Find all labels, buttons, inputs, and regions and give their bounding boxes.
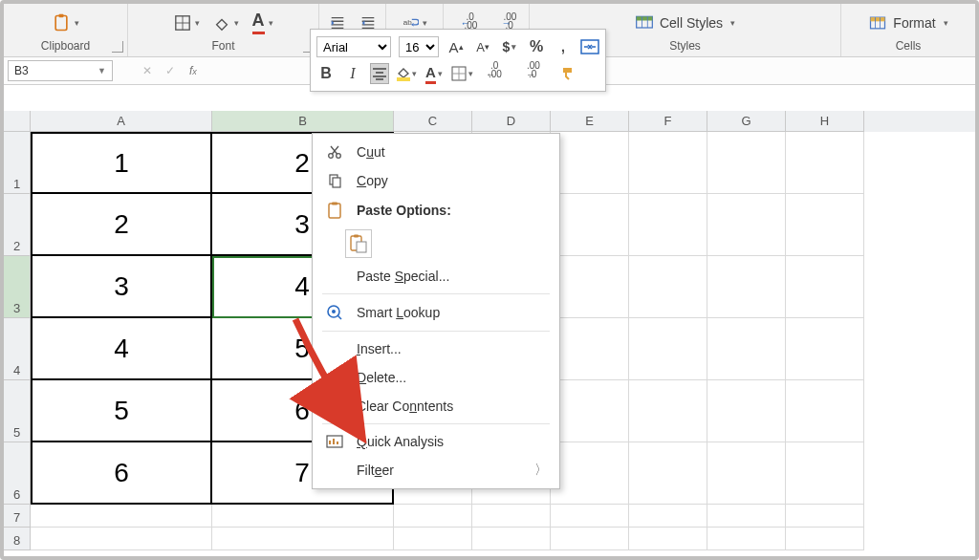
svg-rect-26 — [357, 242, 366, 252]
ctx-label: Insert... — [357, 341, 402, 356]
col-header-G[interactable]: G — [707, 111, 786, 132]
ctx-insert[interactable]: Insert... — [313, 334, 559, 363]
currency-icon[interactable]: $▾ — [500, 36, 519, 57]
ctx-label: Delete... — [357, 370, 406, 385]
row-8: 8 — [4, 528, 975, 550]
font-color-button[interactable]: A▾ — [424, 63, 444, 84]
paste-icon[interactable]: ▾ — [52, 13, 79, 32]
row-header[interactable]: 8 — [4, 528, 31, 550]
row-header[interactable]: 5 — [4, 380, 31, 442]
accept-formula-icon: ✓ — [159, 64, 182, 77]
name-box[interactable]: B3 ▼ — [8, 60, 113, 81]
svg-point-19 — [337, 154, 341, 159]
fill-color-button[interactable]: ▾ — [397, 63, 417, 84]
ribbon-group-label: Styles — [669, 39, 701, 54]
svg-rect-1 — [59, 13, 64, 16]
merge-center-icon[interactable] — [580, 36, 599, 57]
ctx-cut[interactable]: Cuut — [313, 138, 559, 166]
ctx-smart-lookup[interactable]: Smart Lookup — [313, 297, 559, 328]
shrink-font-icon[interactable]: A▾ — [473, 36, 492, 57]
col-header-C[interactable]: C — [394, 111, 472, 132]
borders-icon[interactable]: ▾ — [174, 14, 200, 32]
row-header[interactable]: 2 — [4, 194, 31, 256]
cell-A2[interactable]: 2 — [31, 194, 212, 256]
row-header[interactable]: 7 — [4, 505, 31, 528]
ctx-label: Paste Special... — [357, 269, 449, 284]
smart-lookup-icon — [324, 304, 345, 321]
row-header[interactable]: 4 — [4, 318, 31, 380]
row-7: 7 — [4, 505, 975, 528]
font-color-icon[interactable]: A▾ — [252, 11, 273, 34]
clipboard-icon — [324, 202, 345, 219]
chevron-down-icon[interactable]: ▼ — [98, 66, 106, 75]
grow-font-icon[interactable]: A▴ — [446, 36, 466, 57]
cell-styles-icon[interactable] — [635, 13, 654, 32]
cell-A4[interactable]: 4 — [31, 318, 212, 380]
cell-A6[interactable]: 6 — [31, 442, 212, 505]
borders-button[interactable]: ▾ — [451, 63, 473, 84]
svg-text:ab: ab — [403, 17, 412, 26]
col-header-H[interactable]: H — [786, 111, 864, 132]
select-all-corner[interactable] — [4, 111, 31, 132]
fx-icon[interactable]: fx — [189, 64, 197, 77]
ctx-delete[interactable]: Delete... — [313, 363, 559, 392]
cell-styles-label[interactable]: Cell Styles — [660, 15, 723, 31]
increase-decimal-button[interactable]: ←.0.00 — [481, 63, 500, 84]
font-name-select[interactable]: Arial — [316, 36, 391, 57]
col-header-B[interactable]: B — [212, 111, 394, 132]
align-center-button[interactable] — [370, 63, 389, 84]
ctx-label: Quick Analysis — [357, 434, 444, 449]
name-box-value: B3 — [14, 64, 29, 77]
ctx-copy[interactable]: Copy — [313, 166, 559, 195]
col-header-D[interactable]: D — [472, 111, 551, 132]
ribbon-group-clipboard: ▾ Clipboard — [4, 4, 128, 56]
decrease-decimal-icon[interactable]: →.00.0 — [502, 17, 512, 29]
col-header-E[interactable]: E — [551, 111, 629, 132]
scissors-icon — [324, 144, 345, 160]
row-header[interactable]: 3 — [4, 256, 31, 318]
ribbon-group-font: ▾ ▾ A▾ Font — [128, 4, 319, 56]
fill-color-icon[interactable]: ▾ — [213, 14, 239, 32]
svg-rect-25 — [354, 235, 359, 238]
col-header-A[interactable]: A — [31, 111, 212, 132]
ctx-quick-analysis[interactable]: Quick Analysis — [313, 427, 559, 456]
svg-rect-0 — [55, 15, 67, 30]
submenu-arrow-icon: 〉 — [534, 462, 548, 479]
cell-A1[interactable]: 1 — [31, 132, 212, 194]
decrease-decimal-button[interactable]: →.00.0 — [521, 63, 540, 84]
row-header[interactable]: 1 — [4, 132, 31, 194]
font-size-select[interactable]: 16 — [399, 36, 439, 57]
increase-decimal-icon[interactable]: ←.0.00 — [461, 17, 471, 29]
bold-button[interactable]: B — [316, 63, 336, 84]
paste-option-default[interactable] — [345, 229, 372, 258]
cell-A5[interactable]: 5 — [31, 380, 212, 442]
ctx-label: Smart Lookup — [357, 305, 440, 320]
svg-rect-7 — [637, 16, 653, 20]
ctx-label: Cuut — [357, 144, 385, 160]
svg-rect-11 — [871, 17, 885, 21]
percent-icon[interactable]: % — [527, 36, 546, 57]
ctx-filter[interactable]: Filteer 〉 — [313, 456, 559, 485]
dialog-launcher-icon[interactable] — [112, 41, 123, 53]
italic-button[interactable]: I — [343, 63, 362, 84]
svg-rect-22 — [329, 204, 340, 218]
ctx-label: Filteer — [357, 463, 394, 478]
format-label[interactable]: Format — [893, 15, 935, 31]
copy-icon — [324, 173, 345, 188]
ctx-clear-contents[interactable]: Clear Conntents — [313, 392, 559, 420]
svg-rect-21 — [333, 178, 340, 187]
format-icon[interactable] — [868, 13, 887, 32]
cell-A3[interactable]: 3 — [31, 256, 212, 318]
ctx-label: Paste Options: — [357, 203, 451, 218]
svg-point-28 — [332, 310, 336, 313]
format-painter-icon[interactable] — [559, 63, 578, 84]
quick-analysis-icon — [324, 434, 345, 449]
ctx-paste-special[interactable]: Paste Special... — [313, 262, 559, 291]
comma-style-icon[interactable]: , — [554, 36, 573, 57]
ctx-label: Copy — [357, 173, 388, 188]
svg-point-18 — [329, 154, 334, 159]
context-menu: Cuut Copy Paste Options: Paste Special..… — [312, 133, 560, 489]
col-header-F[interactable]: F — [629, 111, 707, 132]
svg-rect-23 — [332, 203, 337, 205]
row-header[interactable]: 6 — [4, 442, 31, 505]
